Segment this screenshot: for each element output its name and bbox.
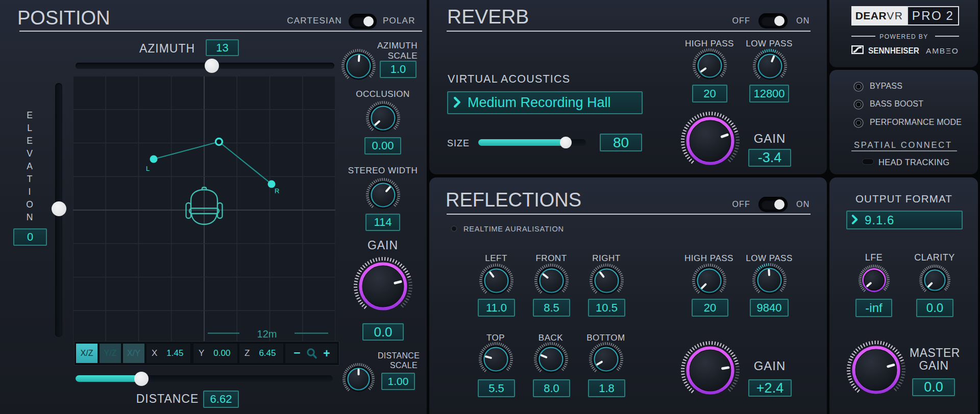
svg-text:R: R bbox=[275, 187, 279, 195]
svg-text:12m: 12m bbox=[257, 328, 277, 340]
svg-text:L: L bbox=[146, 165, 150, 172]
